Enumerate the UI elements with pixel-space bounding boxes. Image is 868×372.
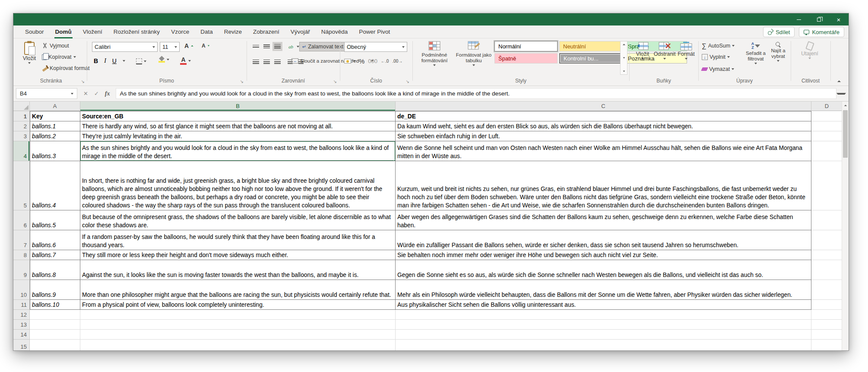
close-button[interactable]: × (829, 13, 849, 25)
tab-revize[interactable]: Revize (219, 25, 247, 38)
tab-napoveda[interactable]: Nápověda (316, 25, 354, 38)
formula-input[interactable]: As the sun shines brightly and you would… (116, 88, 836, 99)
align-top-button[interactable] (251, 42, 261, 51)
cell[interactable] (811, 121, 843, 131)
tab-domu[interactable]: Domů (50, 25, 77, 38)
scroll-up-button[interactable] (842, 102, 849, 109)
column-header-c[interactable]: C (396, 102, 811, 111)
cell[interactable]: Würde ein zufälliger Passant die Ballons… (396, 230, 811, 250)
dialog-launcher-icon[interactable]: ↘ (333, 79, 337, 84)
row-header[interactable]: 13 (13, 320, 30, 330)
clear-button[interactable]: Vymazat (702, 66, 734, 72)
shrink-font-button[interactable]: A (202, 43, 210, 49)
cell-style-bad[interactable]: Špatně (494, 53, 558, 64)
cell[interactable]: ballons.3 (30, 141, 80, 161)
cell[interactable] (811, 210, 843, 230)
cell[interactable]: ballons.1 (30, 121, 80, 131)
cell[interactable]: Gegen die Sonne sieht es so aus, als wür… (396, 260, 811, 280)
dialog-launcher-icon[interactable]: ↘ (240, 79, 244, 84)
row-header[interactable]: 9 (13, 260, 30, 280)
number-format-combo[interactable]: Obecný (344, 42, 407, 52)
cell[interactable]: They're just calmly levitating in the ai… (80, 131, 396, 141)
underline-chevron-icon[interactable] (123, 60, 125, 62)
increase-decimal-button[interactable]: ←.0 (381, 59, 389, 64)
cell[interactable] (30, 340, 80, 351)
font-name-combo[interactable]: Calibri (92, 42, 158, 52)
insert-function-button[interactable]: fx (105, 90, 110, 97)
scrollbar-thumb[interactable] (843, 110, 848, 158)
name-box[interactable]: B4 (16, 88, 77, 99)
minimize-button[interactable] (789, 13, 809, 25)
row-header[interactable]: 10 (13, 280, 30, 300)
vertical-scrollbar[interactable] (842, 102, 849, 351)
underline-button[interactable]: U (112, 57, 117, 64)
cell[interactable] (811, 230, 843, 250)
cell[interactable] (30, 310, 80, 320)
tab-vlozeni[interactable]: Vložení (77, 25, 108, 38)
cell[interactable]: From a physical point of view, balloons … (80, 300, 396, 310)
cell[interactable] (396, 310, 811, 320)
cell[interactable]: Aber wegen des allgegenwärtigen Grases s… (396, 210, 811, 230)
row-header[interactable]: 12 (13, 310, 30, 320)
column-header-a[interactable]: A (30, 102, 80, 111)
cell[interactable]: Sie schweben einfach ruhig in der Luft. (396, 131, 811, 141)
cell[interactable]: Kurzum, weit und breit ist nichts zu seh… (396, 161, 811, 210)
format-as-table-button[interactable]: Formátovat jako tabulku (456, 41, 492, 66)
align-bottom-button[interactable] (272, 42, 282, 51)
find-select-button[interactable]: Najít a vybrat (768, 42, 788, 62)
borders-button[interactable] (136, 58, 146, 64)
format-cells-button[interactable]: Formát (677, 42, 696, 60)
cell[interactable]: ballons.4 (30, 161, 80, 210)
cell[interactable] (80, 340, 396, 351)
restore-button[interactable] (809, 13, 829, 25)
tab-power-pivot[interactable]: Power Pivot (353, 25, 396, 38)
row-header[interactable]: 1 (13, 111, 30, 121)
percent-style-button[interactable]: % (359, 57, 364, 65)
cell[interactable]: There is hardly any wind, so at first gl… (80, 121, 396, 131)
align-middle-button[interactable] (262, 42, 272, 51)
cell-style-normal[interactable]: Normální (494, 41, 558, 51)
cell[interactable]: Aus physikalischer Sicht sehen die Ballo… (396, 300, 811, 310)
cell[interactable] (80, 330, 396, 340)
wrap-text-button[interactable]: ↵ Zalamovat text (299, 42, 346, 51)
align-center-button[interactable] (262, 57, 272, 67)
cell[interactable] (811, 161, 843, 210)
cell[interactable]: Wenn die Sonne hell scheint und man von … (396, 141, 811, 161)
cell[interactable] (80, 310, 396, 320)
accounting-format-button[interactable] (344, 59, 355, 64)
cell[interactable] (811, 280, 843, 300)
expand-formula-bar-icon[interactable] (836, 93, 846, 95)
cell[interactable] (811, 111, 843, 121)
cell[interactable]: ballons.9 (30, 280, 80, 300)
gallery-more-icon[interactable] (623, 70, 625, 72)
fill-button[interactable]: ↓ Vyplnit (702, 54, 730, 60)
row-header[interactable]: 6 (13, 210, 30, 230)
tab-rozlozeni-stranky[interactable]: Rozložení stránky (108, 25, 165, 38)
tab-vzorce[interactable]: Vzorce (165, 25, 195, 38)
delete-cells-button[interactable]: Odstranit (653, 42, 676, 60)
tab-data[interactable]: Data (195, 25, 219, 38)
row-header[interactable]: 14 (13, 330, 30, 340)
cell[interactable]: de_DE (396, 111, 811, 121)
comma-style-button[interactable]: 000 (368, 58, 377, 64)
cell[interactable]: Mehr als ein Philosoph würde vielleicht … (396, 280, 811, 300)
cell[interactable]: ballons.10 (30, 300, 80, 310)
gallery-up-icon[interactable] (622, 44, 625, 45)
tab-soubor[interactable]: Soubor (19, 25, 50, 38)
enter-button[interactable]: ✓ (94, 90, 99, 97)
cell[interactable]: They still more or less keep their heigh… (80, 250, 396, 260)
italic-button[interactable]: I (104, 57, 106, 64)
tab-vyvojar[interactable]: Vývojář (285, 25, 316, 38)
conditional-formatting-button[interactable]: Podmíněné formátování (416, 41, 453, 66)
fill-handle[interactable] (394, 159, 396, 161)
cell[interactable]: In short, there is nothing far and wide,… (80, 161, 396, 210)
cut-button[interactable]: Vyjmout (42, 43, 69, 49)
sort-filter-button[interactable]: AZ Seřadit a filtrovat (744, 42, 767, 64)
cell[interactable] (811, 250, 843, 260)
copy-button[interactable]: Kopírovat (42, 54, 76, 60)
cell[interactable]: Against the sun, it looks like the sun i… (80, 260, 396, 280)
cell[interactable] (811, 310, 843, 320)
row-header[interactable]: 8 (13, 250, 30, 260)
cell-B4[interactable]: As the sun shines brightly and you would… (80, 141, 396, 161)
font-color-button[interactable]: A (180, 57, 191, 65)
